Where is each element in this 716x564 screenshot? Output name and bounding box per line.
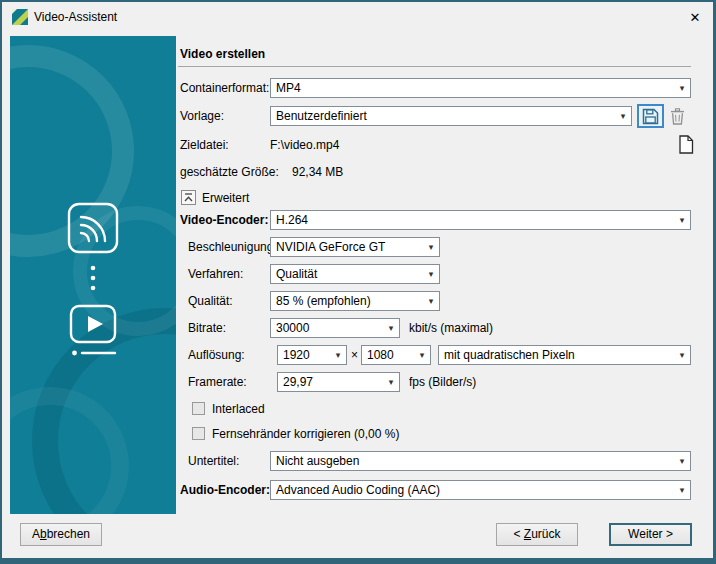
template-label: Vorlage:: [180, 109, 224, 123]
next-button[interactable]: Weiter >: [609, 523, 692, 546]
dots-connector: [91, 266, 96, 291]
resolution-width-select[interactable]: 1920: [277, 345, 347, 365]
chevron-up-icon: [181, 190, 196, 205]
framerate-select[interactable]: 29,97: [277, 372, 400, 392]
close-icon[interactable]: ✕: [686, 9, 704, 27]
template-value: Benutzerdefiniert: [271, 109, 615, 123]
resolution-separator: ×: [351, 348, 358, 362]
quality-select[interactable]: 85 % (empfohlen): [270, 291, 440, 311]
estimated-size-value: 92,34 MB: [292, 165, 343, 179]
save-template-button[interactable]: [637, 104, 664, 128]
resolution-height-value: 1080: [362, 348, 414, 362]
chevron-down-icon: [423, 296, 439, 306]
acceleration-select[interactable]: NVIDIA GeForce GT: [270, 237, 440, 257]
acceleration-label: Beschleunigung:: [188, 240, 277, 254]
audio-encoder-select[interactable]: Advanced Audio Coding (AAC): [270, 480, 691, 500]
tv-borders-label: Fernsehränder korrigieren (0,00 %): [212, 427, 399, 441]
resolution-height-select[interactable]: 1080: [361, 345, 431, 365]
next-label: Weiter >: [628, 527, 673, 541]
wizard-artwork: [10, 36, 176, 514]
containerformat-label: Containerformat:: [180, 81, 269, 95]
advanced-collapse-button[interactable]: [181, 190, 196, 205]
chevron-down-icon: [674, 215, 690, 225]
trash-icon: [670, 108, 685, 125]
video-encoder-value: H.264: [271, 213, 674, 227]
cancel-label-rest: brechen: [47, 527, 90, 541]
pixel-mode-value: mit quadratischen Pixeln: [439, 348, 674, 362]
chevron-down-icon: [674, 83, 690, 93]
framerate-value: 29,97: [278, 375, 383, 389]
chevron-down-icon: [423, 242, 439, 252]
interlaced-label: Interlaced: [212, 402, 265, 416]
delete-template-button[interactable]: [667, 106, 688, 126]
video-encoder-select[interactable]: H.264: [270, 210, 691, 230]
browse-file-button[interactable]: [676, 133, 696, 155]
subtitles-value: Nicht ausgeben: [271, 454, 674, 468]
acceleration-value: NVIDIA GeForce GT: [271, 240, 423, 254]
app-icon: [12, 9, 28, 25]
subtitles-select[interactable]: Nicht ausgeben: [270, 451, 691, 471]
tv-borders-checkbox[interactable]: [192, 427, 205, 440]
bitrate-unit: kbit/s (maximal): [409, 321, 493, 335]
chevron-down-icon: [414, 350, 430, 360]
estimated-size-label: geschätzte Größe:: [180, 165, 279, 179]
cancel-button[interactable]: Abbrechen: [20, 523, 102, 546]
heading-separator: [178, 66, 691, 67]
subtitles-label: Untertitel:: [188, 454, 239, 468]
back-button[interactable]: < Zurück: [496, 523, 578, 546]
interlaced-checkbox[interactable]: [192, 402, 205, 415]
framerate-unit: fps (Bilder/s): [409, 375, 476, 389]
method-label: Verfahren:: [188, 267, 243, 281]
floppy-disk-icon: [642, 108, 659, 125]
resolution-label: Auflösung:: [188, 348, 245, 362]
back-label-rest: urück: [531, 527, 560, 541]
chevron-down-icon: [423, 269, 439, 279]
containerformat-value: MP4: [271, 81, 674, 95]
chevron-down-icon: [674, 350, 690, 360]
chevron-down-icon: [615, 111, 631, 121]
framerate-label: Framerate:: [188, 375, 247, 389]
video-encoder-label: Video-Encoder:: [180, 213, 268, 227]
cancel-mnemonic: b: [40, 527, 47, 541]
resolution-width-value: 1920: [278, 348, 330, 362]
chevron-down-icon: [330, 350, 346, 360]
bitrate-select[interactable]: 30000: [270, 318, 400, 338]
cancel-label: A: [32, 527, 40, 541]
bitrate-label: Bitrate:: [188, 321, 226, 335]
template-select[interactable]: Benutzerdefiniert: [270, 106, 632, 126]
file-icon: [678, 135, 694, 154]
method-select[interactable]: Qualität: [270, 264, 440, 284]
quality-value: 85 % (empfohlen): [271, 294, 423, 308]
chevron-down-icon: [674, 456, 690, 466]
titlebar: Video-Assistent ✕: [2, 2, 713, 32]
advanced-label: Erweitert: [202, 191, 249, 205]
chevron-down-icon: [383, 323, 399, 333]
containerformat-select[interactable]: MP4: [270, 78, 691, 98]
method-value: Qualität: [271, 267, 423, 281]
audio-encoder-value: Advanced Audio Coding (AAC): [271, 483, 674, 497]
chevron-down-icon: [674, 485, 690, 495]
audio-encoder-label: Audio-Encoder:: [180, 483, 270, 497]
page-title: Video erstellen: [180, 47, 265, 61]
window-title: Video-Assistent: [34, 10, 117, 24]
target-file-label: Zieldatei:: [180, 138, 229, 152]
back-label: <: [513, 527, 523, 541]
bitrate-value: 30000: [271, 321, 383, 335]
pixel-mode-select[interactable]: mit quadratischen Pixeln: [438, 345, 691, 365]
quality-label: Qualität:: [188, 294, 233, 308]
chevron-down-icon: [383, 377, 399, 387]
target-file-value: F:\video.mp4: [270, 138, 339, 152]
video-assistant-dialog: Video-Assistent ✕: [0, 0, 716, 564]
